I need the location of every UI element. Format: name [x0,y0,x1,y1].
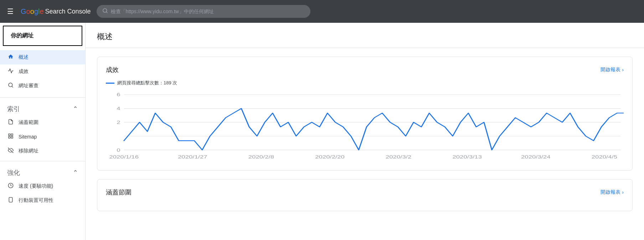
coverage-open-report-label: 開啟報表 [601,189,620,195]
sitemap-icon [7,133,14,140]
chart-legend: 網頁搜尋總點擊次數：189 次 [106,80,624,86]
speed-label: 速度 (要驗功能) [19,183,53,189]
page-title: 概述 [86,23,644,48]
performance-card: 成效 開啟報表 › 網頁搜尋總點擊次數：189 次 [97,57,633,171]
speed-icon [7,183,14,190]
svg-text:2020/4/5: 2020/4/5 [592,154,617,159]
svg-text:2020/3/13: 2020/3/13 [452,154,482,159]
enhance-collapse-icon[interactable]: ⌃ [73,169,78,177]
divider-1 [0,97,85,98]
performance-open-report-link[interactable]: 開啟報表 › [601,67,624,73]
coverage-chevron-right-icon: › [622,189,624,195]
sidebar-item-mobile[interactable]: 行動裝置可用性 [0,193,85,208]
primary-nav: 概述 成效 網址審查 [0,49,85,94]
enhance-section-header: 強化 ⌃ [0,164,85,179]
enhance-nav: 速度 (要驗功能) 行動裝置可用性 [0,179,85,208]
svg-text:2020/2/8: 2020/2/8 [248,154,274,159]
performance-card-header: 成效 開啟報表 › [106,66,624,74]
google-wordmark: Google [21,7,44,16]
performance-icon [7,68,14,75]
svg-text:4: 4 [117,106,120,111]
coverage-card-header: 涵蓋節圍 開啟報表 › [106,188,624,197]
index-section-header: 索引 ⌃ [0,100,85,115]
index-nav: 涵蓋範圍 Sitemap 移除網址 [0,115,85,158]
menu-icon[interactable]: ☰ [6,6,15,17]
open-report-label: 開啟報表 [601,67,620,73]
svg-text:2020/1/16: 2020/1/16 [109,154,139,159]
app-header: ☰ Google Search Console [0,0,644,23]
main-content: 概述 成效 開啟報表 › 網頁搜尋總點擊次數：189 次 [86,23,644,240]
sidebar-item-sitemap[interactable]: Sitemap [0,130,85,144]
index-section-label: 索引 [7,105,20,113]
svg-text:2020/2/20: 2020/2/20 [315,154,345,159]
mobile-icon [7,197,14,204]
coverage-card-title: 涵蓋節圍 [106,188,132,197]
index-collapse-icon[interactable]: ⌃ [73,105,78,113]
svg-line-1 [106,12,107,13]
sidebar-item-removals[interactable]: 移除網址 [0,144,85,158]
overview-label: 概述 [19,54,29,61]
legend-text: 網頁搜尋總點擊次數：189 次 [117,80,177,86]
svg-rect-5 [11,134,13,136]
url-inspection-label: 網址審查 [19,83,38,89]
performance-chart: 6 4 2 0 2020/1/16 2020/1/27 2020/2/8 202… [106,90,624,162]
divider-2 [0,161,85,161]
svg-rect-7 [9,136,10,138]
sidebar: 你的網址 概述 成效 [0,23,86,240]
property-selector[interactable]: 你的網址 [3,26,82,46]
sidebar-item-coverage[interactable]: 涵蓋範圍 [0,115,85,130]
svg-line-3 [12,86,13,87]
url-inspect-icon [7,82,14,89]
content-body: 成效 開啟報表 › 網頁搜尋總點擊次數：189 次 [86,48,644,220]
app-logo: Google Search Console [21,7,91,16]
mobile-label: 行動裝置可用性 [19,197,53,204]
svg-text:2: 2 [117,120,120,125]
search-input[interactable] [111,9,305,14]
main-layout: 你的網址 概述 成效 [0,23,644,240]
svg-text:0: 0 [117,147,120,152]
svg-text:2020/3/2: 2020/3/2 [386,154,411,159]
enhance-section-label: 強化 [7,168,20,177]
svg-text:6: 6 [117,92,120,97]
coverage-card: 涵蓋節圍 開啟報表 › [97,179,633,211]
sidebar-item-performance[interactable]: 成效 [0,64,85,79]
search-icon [102,8,108,15]
coverage-icon [7,119,14,126]
property-name: 你的網址 [11,32,34,40]
svg-rect-4 [9,134,10,136]
home-icon [7,54,14,61]
removals-icon [7,147,14,155]
svg-rect-9 [9,197,12,202]
legend-line-indicator [106,83,114,84]
product-name: Search Console [45,8,91,15]
chart-svg: 6 4 2 0 2020/1/16 2020/1/27 2020/2/8 202… [106,90,624,162]
sidebar-item-speed[interactable]: 速度 (要驗功能) [0,179,85,193]
sidebar-item-overview[interactable]: 概述 [0,50,85,64]
svg-rect-6 [11,136,13,138]
svg-text:2020/3/24: 2020/3/24 [521,154,551,159]
removals-label: 移除網址 [19,148,38,154]
performance-label: 成效 [19,68,29,75]
sidebar-item-url-inspection[interactable]: 網址審查 [0,79,85,93]
coverage-label: 涵蓋範圍 [19,119,38,126]
performance-card-title: 成效 [106,66,119,74]
coverage-open-report-link[interactable]: 開啟報表 › [601,189,624,195]
search-bar[interactable] [97,5,310,18]
sitemap-label: Sitemap [19,134,37,140]
svg-text:2020/1/27: 2020/1/27 [178,154,207,159]
chevron-right-icon: › [622,67,624,73]
